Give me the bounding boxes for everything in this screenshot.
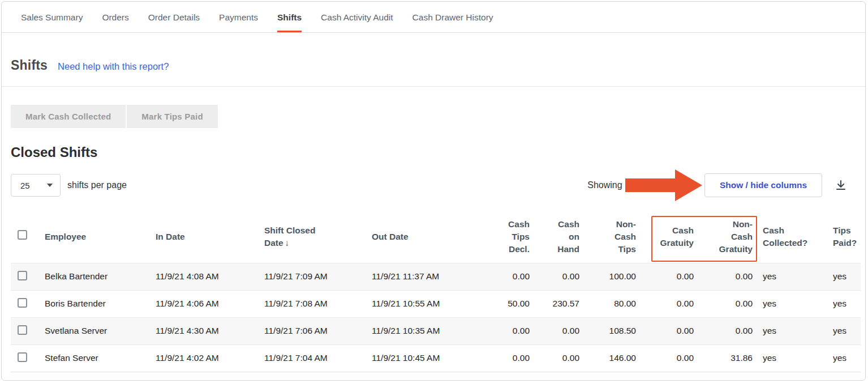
closed-shifts-table: Employee In Date Shift Closed Date↓ Out … — [11, 211, 861, 372]
tab-cash-activity-audit[interactable]: Cash Activity Audit — [321, 2, 393, 32]
cell-cash-tips-decl: 0.00 — [484, 317, 531, 344]
title-block: Shifts Need help with this report? — [2, 33, 865, 87]
tab-sales-summary[interactable]: Sales Summary — [21, 2, 83, 32]
col-header-out-date: Out Date — [363, 211, 484, 263]
cell-cash-collected: yes — [754, 317, 824, 344]
bulk-actions: Mark Cash Collected Mark Tips Paid — [11, 105, 856, 128]
col-header-cash-on-hand: Cash on Hand — [531, 211, 581, 263]
cell-cash-tips-decl: 0.00 — [484, 344, 531, 372]
cell-non-cash-gratuity: 0.00 — [695, 317, 754, 344]
cell-tips-paid: yes — [824, 290, 861, 317]
select-all-checkbox[interactable] — [18, 230, 27, 240]
tab-shifts[interactable]: Shifts — [277, 2, 302, 32]
cell-cash-on-hand: 0.00 — [531, 317, 581, 344]
col-header-non-cash-gratuity: Non- Cash Gratuity — [695, 211, 754, 263]
col-header-shift-closed-date[interactable]: Shift Closed Date↓ — [255, 211, 363, 263]
report-page: Sales Summary Orders Order Details Payme… — [1, 1, 866, 381]
cell-cash-tips-decl: 0.00 — [484, 263, 531, 290]
cell-employee: Belka Bartender — [36, 263, 147, 290]
table-header-row: Employee In Date Shift Closed Date↓ Out … — [11, 211, 861, 263]
cell-cash-tips-decl: 50.00 — [484, 290, 531, 317]
cell-shift-closed-date: 11/9/21 7:09 AM — [255, 263, 363, 290]
cell-shift-closed-date: 11/9/21 7:06 AM — [255, 317, 363, 344]
table-controls: 25 shifts per page Showing 1 s Show / hi… — [11, 173, 856, 197]
row-checkbox[interactable] — [18, 271, 27, 280]
chevron-down-icon — [47, 184, 53, 187]
cell-cash-gratuity: 0.00 — [637, 344, 695, 372]
table-row: Stefan Server 11/9/21 4:02 AM 11/9/21 7:… — [11, 344, 861, 372]
report-tab-bar: Sales Summary Orders Order Details Payme… — [2, 2, 865, 33]
cell-in-date: 11/9/21 4:06 AM — [147, 290, 255, 317]
cell-cash-gratuity: 0.00 — [637, 263, 695, 290]
download-icon[interactable] — [835, 179, 847, 191]
cell-non-cash-gratuity: 0.00 — [695, 263, 754, 290]
tab-orders[interactable]: Orders — [102, 2, 128, 32]
per-page-value: 25 — [20, 181, 30, 190]
col-header-in-date: In Date — [147, 211, 255, 263]
cell-cash-gratuity: 0.00 — [637, 290, 695, 317]
row-checkbox[interactable] — [18, 352, 27, 362]
row-checkbox[interactable] — [18, 325, 27, 335]
cell-in-date: 11/9/21 4:02 AM — [147, 344, 255, 372]
cell-non-cash-tips: 108.50 — [581, 317, 637, 344]
cell-tips-paid: yes — [824, 344, 861, 372]
mark-cash-collected-button[interactable]: Mark Cash Collected — [11, 105, 126, 128]
cell-shift-closed-date: 11/9/21 7:04 AM — [255, 344, 363, 372]
cell-employee: Stefan Server — [36, 344, 147, 372]
col-header-cash-gratuity: Cash Gratuity — [637, 211, 695, 263]
sort-descending-icon[interactable]: ↓ — [285, 238, 290, 248]
cell-out-date: 11/9/21 11:37 AM — [363, 263, 484, 290]
col-header-cash-collected: Cash Collected? — [754, 211, 824, 263]
cell-cash-collected: yes — [754, 344, 824, 372]
cell-cash-on-hand: 230.57 — [531, 290, 581, 317]
cell-cash-on-hand: 0.00 — [531, 344, 581, 372]
cell-in-date: 11/9/21 4:08 AM — [147, 263, 255, 290]
col-header-non-cash-tips: Non- Cash Tips — [581, 211, 637, 263]
help-link[interactable]: Need help with this report? — [58, 61, 169, 72]
cell-cash-collected: yes — [754, 263, 824, 290]
col-header-tips-paid: Tips Paid? — [824, 211, 861, 263]
col-header-employee: Employee — [36, 211, 147, 263]
showing-count-text: Showing 1 — [587, 180, 630, 190]
cell-in-date: 11/9/21 4:30 AM — [147, 317, 255, 344]
table-row: Boris Bartender 11/9/21 4:06 AM 11/9/21 … — [11, 290, 861, 317]
table-row: Svetlana Server 11/9/21 4:30 AM 11/9/21 … — [11, 317, 861, 344]
col-header-cash-tips-decl: Cash Tips Decl. — [484, 211, 531, 263]
mark-tips-paid-button[interactable]: Mark Tips Paid — [127, 105, 217, 128]
cell-cash-collected: yes — [754, 290, 824, 317]
cell-non-cash-tips: 100.00 — [581, 263, 637, 290]
tab-payments[interactable]: Payments — [219, 2, 258, 32]
page-title: Shifts — [11, 57, 48, 74]
cell-employee: Boris Bartender — [36, 290, 147, 317]
cell-out-date: 11/9/21 10:35 AM — [363, 317, 484, 344]
row-checkbox[interactable] — [18, 298, 27, 308]
tab-order-details[interactable]: Order Details — [148, 2, 200, 32]
cell-tips-paid: yes — [824, 317, 861, 344]
closed-shifts-title: Closed Shifts — [11, 144, 856, 161]
cell-non-cash-tips: 80.00 — [581, 290, 637, 317]
showing-count-text-end: s — [693, 180, 698, 190]
cell-non-cash-gratuity: 0.00 — [695, 290, 754, 317]
cell-shift-closed-date: 11/9/21 7:08 AM — [255, 290, 363, 317]
cell-non-cash-tips: 146.00 — [581, 344, 637, 372]
show-hide-columns-button[interactable]: Show / hide columns — [704, 173, 822, 197]
cell-tips-paid: yes — [824, 263, 861, 290]
cell-employee: Svetlana Server — [36, 317, 147, 344]
cell-cash-gratuity: 0.00 — [637, 317, 695, 344]
cell-non-cash-gratuity: 31.86 — [695, 344, 754, 372]
cell-out-date: 11/9/21 10:55 AM — [363, 290, 484, 317]
table-row: Belka Bartender 11/9/21 4:08 AM 11/9/21 … — [11, 263, 861, 290]
cell-out-date: 11/9/21 10:45 AM — [363, 344, 484, 372]
cell-cash-on-hand: 0.00 — [531, 263, 581, 290]
tab-cash-drawer-history[interactable]: Cash Drawer History — [412, 2, 493, 32]
per-page-label: shifts per page — [67, 180, 127, 190]
per-page-select[interactable]: 25 — [11, 174, 61, 197]
